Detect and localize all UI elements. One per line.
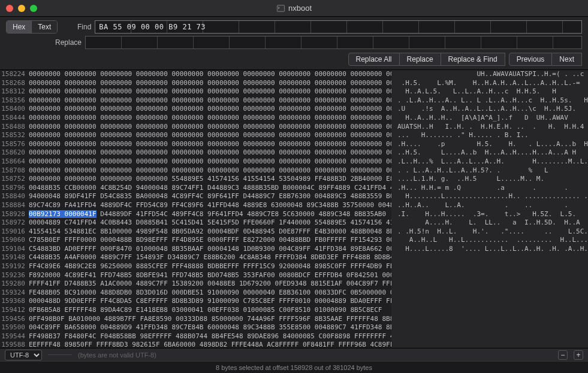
window-title: nxboot [288,4,312,13]
offset: 159544 [0,332,25,341]
offset: 159280 [0,280,25,289]
hex-row[interactable]: 00000000 00000000 00000000 00000000 0000… [29,131,391,140]
replace-button[interactable]: Replace [400,53,441,66]
view-text-button[interactable]: Text [31,21,57,33]
find-replace-toolbar: Hex Text Find Replace Replace All Replac… [0,17,588,70]
offset: 158312 [0,87,25,96]
offset: 159192 [0,262,25,271]
hex-row[interactable]: 89C74C89 FA41FFD4 4889DF4C FFD54C89 FF4C… [29,201,391,210]
hex-row[interactable]: 00000000 00000000 00000000 00000000 0000… [29,140,391,149]
ascii-row[interactable]: A..H..L H..L........... ......... H..L..… [397,236,588,245]
replace-and-find-button[interactable]: Replace & Find [441,53,505,66]
ascii-row[interactable]: .H... H.H.= m .Q .a . . 8. [397,184,588,193]
encoding-select[interactable]: UTF-8 [5,350,42,360]
offset: 158488 [0,123,25,132]
ascii-row[interactable]: H..A..H..H.. [A\A]A^A_]..f D UH..AWAV [397,114,588,123]
hex-row[interactable]: 004C89FF BA658000 004889D9 41FFD348 89C7… [29,323,391,332]
hex-row[interactable]: FF498B37 F8480F4C F048B58BB 98EFFFFF 488… [29,332,391,341]
hex-row[interactable]: 00000000 00000000 00000000 00000000 0000… [29,70,391,79]
hex-row[interactable]: 00000000 00000000 00000000 00000000 0000… [29,148,391,157]
titlebar: nxboot [0,0,588,17]
offset-column: 1582241582681583121583561584001584441584… [0,70,29,348]
svg-rect-0 [277,5,284,11]
hex-row[interactable]: C4488B35 A4AF0000 4889C7FF 154893F D3488… [29,253,391,262]
ascii-row[interactable]: H..A.L.5. L..L..A..H...c H.H.5. H [397,87,588,96]
offset: 158576 [0,140,25,149]
hex-row[interactable]: EEFFFF48 89850FF FFFF8BD3 982615F 6BA600… [29,341,391,348]
hex-row[interactable]: 00000000 00000000 00000000 00000000 0000… [29,166,391,175]
hex-row[interactable]: C785B0EF FFFF0000 0000488B BD98EFFF FF4D… [29,236,391,245]
ascii-row[interactable]: .I. H...H..... .3=. t..> H.5Z. L.5. [397,210,588,219]
hex-row[interactable]: FF4C89E6 4B89C2E8 96250000 8885CFEF FFF4… [29,262,391,271]
replace-all-button[interactable]: Replace All [348,53,400,66]
offset: 159500 [0,323,25,332]
close-window-button[interactable] [6,5,13,12]
hex-row[interactable]: 00000000 00000000 00000000 00000000 0000… [29,79,391,88]
hex-editor-content: 1582241582681583121583561584001584441584… [0,70,588,348]
ascii-row[interactable]: H........L................H.. ..........… [397,192,588,201]
hex-row[interactable]: 00000000 00000000 00000000 00000000 0000… [29,123,391,132]
find-input[interactable] [95,20,582,34]
view-mode-segmented[interactable]: Hex Text [6,20,58,34]
hex-row[interactable]: 94000048 89DF41FF D54C8835 BA000048 4C89… [29,192,391,201]
hex-row[interactable]: 0FF498B0F BA010000 4889B7FF FA8E8590 003… [29,315,391,324]
ascii-row[interactable]: UH..AWAVAUATSPI..H.=( . ..c [397,70,588,79]
hex-row[interactable]: 00000000 00000000 00000000 00000000 0000… [29,157,391,166]
offset: 158884 [0,201,25,210]
ascii-column[interactable]: UH..AWAVAUATSPI..H.=( . ..c .H.5. L.%M. … [391,70,588,348]
hex-row[interactable]: 00000000 00000000 00000000 00000000 0000… [29,87,391,96]
hex-row[interactable]: FFFF41FF D7488B35 A1AC0000 4889C7FF 1538… [29,280,391,289]
hex-row[interactable]: FE488B05 BC910000 488D8DB0 8D3D016D 000D… [29,289,391,298]
hex-row[interactable]: 00488B35 CCB00000 4C8B254D 94000048 89C7… [29,184,391,193]
offset: 159456 [0,315,25,324]
offset: 159324 [0,289,25,298]
value-field[interactable] [48,354,72,355]
ascii-row[interactable]: . . L..A..H..L..A..H.5?. . % L [397,166,588,175]
hex-column[interactable]: 00000000 00000000 00000000 00000000 0000… [29,70,391,348]
minus-button[interactable]: − [558,350,568,360]
offset: 158532 [0,131,25,140]
previous-button[interactable]: Previous [509,53,553,66]
ascii-row[interactable]: . .H.5!n H..L. H.'. .".... .. L.5C. [397,228,588,236]
offset: 159060 [0,236,25,245]
offset: 158664 [0,157,25,166]
selection[interactable]: 00B92173 0000041F [29,210,97,218]
status-bar: UTF-8 (bytes are not valid UTF-8) − + [0,348,588,361]
hex-row[interactable]: 00000000 00000000 00000000 00000000 0000… [29,114,391,123]
offset: 159016 [0,228,25,236]
offset: 159236 [0,271,25,280]
hex-row[interactable]: 00004889 C741FFD4 4C0B8443 D0885B41 5C41… [29,219,391,228]
hex-row[interactable]: 41554154 534881EC 8B100000 4989F548 8B05… [29,228,391,236]
ascii-row[interactable]: .U .!s A..H..A..L..L..A..H...\c H..H.5J. [397,105,588,114]
plus-button[interactable]: + [574,350,583,360]
hex-row[interactable]: 00000000 00000000 00000000 00000000 0000… [29,96,391,105]
view-hex-button[interactable]: Hex [7,21,31,33]
ascii-row[interactable]: A....H. L. LL.. a I..H.5D. H..A [397,219,588,228]
offset: 159104 [0,245,25,254]
offset: 159412 [0,306,25,315]
ascii-row[interactable]: ..H.5. L....A..b H...A..H....H...A...A H [397,148,588,157]
ascii-row[interactable]: ....L.1.H. g. ..H.5 L.....M.. M. [397,175,588,184]
hex-row[interactable]: 0FB6B5A8 EFFFFF48 89DA4C89 E1418EB8 0300… [29,306,391,315]
ascii-row[interactable]: .H.... .p H.5. H. . L....A...b H.. [397,140,588,149]
hex-row[interactable]: 00B92173 0000041F D44889DF 41FFD54C 489F… [29,210,391,219]
hex-row[interactable]: 00000000 00000000 00000000 00000000 0000… [29,105,391,114]
hex-row[interactable]: F8920000 4C89EF41 FFD748B5 8DBFE941 FFD7… [29,271,391,280]
ascii-row[interactable]: .H.5. L.%M. H..H.A.H..A..L...A..H..L.-= [397,79,588,88]
offset: 158972 [0,219,25,228]
ascii-row[interactable]: H....L.....8 '.... L...L..L..A..H. .H. .… [397,245,588,254]
ascii-row[interactable]: . .L.A..H...A.. L.. L .L..A..H...c H..H.… [397,96,588,105]
hex-row[interactable]: C54883BD AD0EFFFF 000F8470 01000048 8B35… [29,245,391,254]
minimize-window-button[interactable] [18,5,25,12]
hex-row[interactable]: 0000488D 9DD0EFFF FF4C8DA5 C8EFFFFF 8D8B… [29,297,391,306]
replace-input[interactable] [85,36,582,49]
ascii-row[interactable]: AUATSH..H I..H. . H.H.E.H. .. . H. H.H.4… [397,123,588,132]
next-button[interactable]: Next [552,53,582,66]
ascii-row[interactable]: ..H..A.. L..A. . .. . .. [397,201,588,210]
ascii-row[interactable]: .L..H...% L...A..L...A..H. H........M..L… [397,157,588,166]
offset: 158400 [0,105,25,114]
hex-row[interactable]: 00000000 00000000 00000000 00000000 5548… [29,175,391,184]
ascii-row[interactable]: ... H....... ." H..... . B. I.. [397,131,588,140]
zoom-window-button[interactable] [30,5,37,12]
encoding-note: (bytes are not valid UTF-8) [78,351,156,359]
